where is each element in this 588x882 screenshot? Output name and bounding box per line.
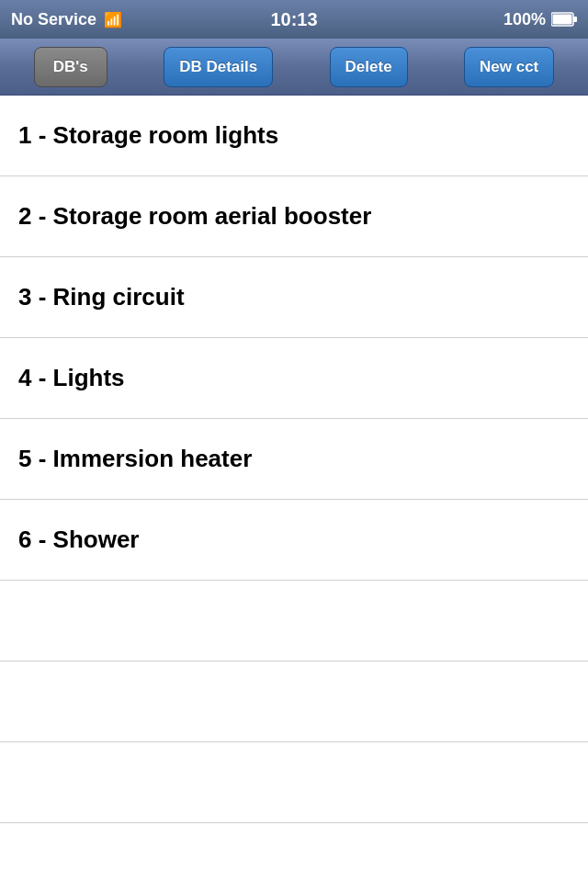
- empty-row: [0, 662, 588, 742]
- list-item-label: 6 - Shower: [18, 526, 139, 554]
- list-item[interactable]: 6 - Shower: [0, 500, 588, 581]
- db-details-button[interactable]: DB Details: [164, 47, 273, 87]
- list-item-label: 2 - Storage room aerial booster: [18, 202, 371, 231]
- toolbar: DB's DB Details Delete New cct: [0, 39, 588, 96]
- time-label: 10:13: [270, 9, 317, 30]
- list-item[interactable]: 1 - Storage room lights: [0, 96, 588, 176]
- wifi-icon: 📶: [104, 11, 122, 28]
- list-item[interactable]: 3 - Ring circuit: [0, 257, 588, 338]
- new-cct-button[interactable]: New cct: [464, 47, 554, 87]
- circuit-list: 1 - Storage room lights 2 - Storage room…: [0, 96, 588, 823]
- list-item[interactable]: 4 - Lights: [0, 338, 588, 419]
- status-bar: No Service 📶 10:13 100%: [0, 0, 588, 39]
- list-item-label: 1 - Storage room lights: [18, 121, 278, 150]
- list-item[interactable]: 5 - Immersion heater: [0, 419, 588, 500]
- svg-rect-2: [553, 15, 572, 25]
- empty-row: [0, 581, 588, 662]
- delete-button[interactable]: Delete: [330, 47, 408, 87]
- svg-rect-1: [573, 17, 577, 22]
- no-service-label: No Service: [11, 10, 96, 29]
- list-item[interactable]: 2 - Storage room aerial booster: [0, 176, 588, 257]
- list-item-label: 5 - Immersion heater: [18, 445, 252, 473]
- battery-label: 100%: [503, 10, 546, 29]
- list-item-label: 4 - Lights: [18, 364, 125, 392]
- empty-row: [0, 742, 588, 823]
- list-item-label: 3 - Ring circuit: [18, 283, 185, 311]
- dbs-button[interactable]: DB's: [34, 47, 107, 87]
- battery-icon: [551, 12, 577, 27]
